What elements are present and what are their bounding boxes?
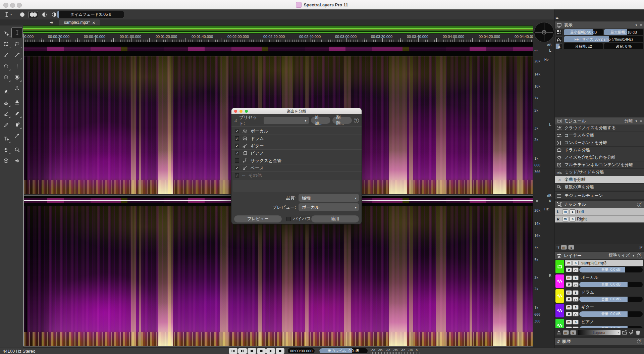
module-item[interactable]: M/Sミッド/サイドを分離: [555, 169, 644, 176]
apply-button[interactable]: 適用: [311, 215, 359, 222]
layer-envelope-button[interactable]: [573, 326, 579, 328]
module-item[interactable]: ♫楽曲を分離: [555, 176, 644, 184]
max-amplitude-slider[interactable]: 最大振幅:-18 dB: [604, 29, 643, 35]
mode-half-circle-button[interactable]: [41, 11, 48, 18]
stem-checkbox[interactable]: ✓: [235, 173, 239, 178]
layer-phase-button[interactable]: ø: [566, 267, 572, 272]
help-icon[interactable]: ?: [637, 202, 642, 207]
layer-volume-slider[interactable]: 音量: 0.0 dB: [579, 267, 643, 272]
module-item[interactable]: クラウドノイズを分離する: [555, 124, 644, 132]
quality-dropdown[interactable]: 極端: [299, 194, 359, 202]
skip-end-button[interactable]: [238, 348, 247, 354]
tab-close-icon[interactable]: ×: [93, 20, 95, 25]
delete-layer-icon[interactable]: [635, 330, 641, 335]
free-select-tool[interactable]: [1, 61, 11, 71]
navigation-wheel[interactable]: [534, 22, 554, 42]
merge-icon[interactable]: ⇉: [556, 245, 559, 249]
stem-checkbox[interactable]: ✓: [235, 136, 239, 141]
stem-row-bass[interactable]: ✓ベース: [231, 164, 362, 172]
channel-row-L[interactable]: LmsLeft: [555, 208, 644, 215]
output-level-slider[interactable]: 出力レベル: 0.0 dB: [319, 348, 368, 353]
layer-volume-slider[interactable]: 音量: 0.0 dB: [579, 311, 643, 317]
modules-section-header[interactable]: モジュール 分離▾≡: [555, 117, 644, 124]
magic-wand-tool[interactable]: [12, 50, 22, 60]
stem-checkbox[interactable]: [235, 158, 239, 163]
marker-tool[interactable]: [12, 108, 22, 118]
mode-circle-button[interactable]: [19, 11, 26, 18]
bypass-checkbox[interactable]: [286, 217, 291, 221]
stem-row-drums[interactable]: ✓ドラム: [231, 135, 362, 142]
window-minimize-button[interactable]: [10, 3, 15, 8]
history-section-header[interactable]: ↺ 履歴 ?: [555, 338, 644, 345]
layer-phase-button[interactable]: ø: [566, 297, 572, 302]
layer-item[interactable]: msドラムø音量: 0.0 dB: [555, 289, 644, 303]
noise-select-tool[interactable]: [12, 72, 22, 82]
transform-tool[interactable]: [1, 28, 11, 38]
preview-dropdown[interactable]: ボーカル: [299, 203, 359, 211]
layer-envelope-button[interactable]: [573, 267, 579, 272]
dotted-circle-tool[interactable]: [1, 72, 11, 82]
layer-name-row[interactable]: msピアノ: [565, 319, 643, 325]
cube-3d-tool[interactable]: [1, 155, 11, 166]
channel-mute-button[interactable]: m: [562, 209, 568, 214]
layer-thumbnail[interactable]: [555, 260, 564, 273]
layers-section-header[interactable]: レイヤー 標準サイズ▾?: [555, 252, 644, 259]
current-tool-button[interactable]: ▾: [4, 10, 16, 18]
module-item[interactable]: モジュールチェーン: [555, 192, 644, 200]
layer-thumbnail[interactable]: [555, 289, 564, 303]
refinement-slider[interactable]: 改良: 0 %: [604, 43, 643, 49]
stem-checkbox[interactable]: ✓: [235, 129, 239, 133]
module-item[interactable]: マルチチャンネルコンテンツを分離: [555, 161, 644, 169]
heal-tool[interactable]: [1, 108, 11, 118]
module-item[interactable]: ドラムを分離: [555, 147, 644, 154]
new-layer-icon[interactable]: [629, 330, 634, 335]
layer-name-row[interactable]: msギター: [565, 304, 643, 310]
stem-row-piano[interactable]: ✓ピアノ: [231, 150, 362, 157]
panel-collapse-arrows[interactable]: ▸▸: [556, 16, 558, 20]
layer-volume-slider[interactable]: 音量: 0.0 dB: [579, 326, 643, 328]
layer-item[interactable]: mssample1.mp3ø音量: 0.0 dB: [555, 260, 644, 273]
fft-window-button[interactable]: [555, 36, 563, 42]
channel-row-R[interactable]: RmsRight: [555, 215, 644, 222]
playhead[interactable]: [23, 34, 24, 346]
rectangle-select-tool[interactable]: [1, 39, 11, 49]
tab-sample1[interactable]: sample1.mp3* ×: [59, 19, 100, 26]
stop-button[interactable]: [257, 348, 266, 354]
stamp-tool[interactable]: [12, 97, 22, 107]
layer-name-row[interactable]: msドラム: [565, 289, 643, 296]
imprint-tool[interactable]: [1, 97, 11, 107]
spectrogram-right[interactable]: [23, 206, 533, 347]
layer-item[interactable]: msボーカルø音量: 0.0 dB: [555, 274, 644, 288]
window-close-button[interactable]: [3, 3, 8, 8]
layer-solo-button[interactable]: s: [573, 275, 579, 280]
layer-name-row[interactable]: msボーカル: [565, 274, 643, 281]
layer-envelope-button[interactable]: [573, 297, 579, 302]
file-overview-bar[interactable]: [19, 26, 533, 34]
mode-double-circle-button[interactable]: [29, 11, 38, 18]
master-mute-button[interactable]: m: [561, 245, 567, 250]
layer-solo-button[interactable]: s: [573, 261, 579, 265]
layer-mute-button[interactable]: m: [566, 275, 572, 280]
sort-icon[interactable]: ⇄: [639, 245, 643, 249]
layerbar-solo-button[interactable]: s: [570, 330, 576, 335]
new-group-icon[interactable]: [622, 330, 627, 335]
spray-tool[interactable]: [12, 119, 22, 130]
amplitude-scale-button[interactable]: [555, 29, 563, 35]
channel-mute-button[interactable]: m: [562, 217, 568, 221]
preset-dropdown[interactable]: [264, 117, 309, 124]
layer-mute-button[interactable]: m: [566, 261, 572, 265]
module-item[interactable]: コーラスを分離: [555, 132, 644, 139]
layer-mute-button[interactable]: m: [566, 290, 572, 295]
layer-mute-button[interactable]: m: [566, 305, 572, 310]
zoom-tool[interactable]: [12, 144, 22, 155]
stem-row-sax[interactable]: サックスと金管: [231, 157, 362, 164]
layer-phase-button[interactable]: ø: [566, 282, 572, 287]
stem-row-guitar[interactable]: ✓ギター: [231, 142, 362, 150]
layer-phase-button[interactable]: ø: [566, 326, 572, 328]
play-button[interactable]: [266, 348, 275, 354]
layer-envelope-button[interactable]: [573, 312, 579, 316]
module-item[interactable]: コンポーネントを分離: [555, 139, 644, 147]
waveform-strip-left[interactable]: [23, 42, 533, 56]
stem-checkbox[interactable]: ✓: [235, 151, 239, 155]
record-button[interactable]: [276, 348, 284, 354]
